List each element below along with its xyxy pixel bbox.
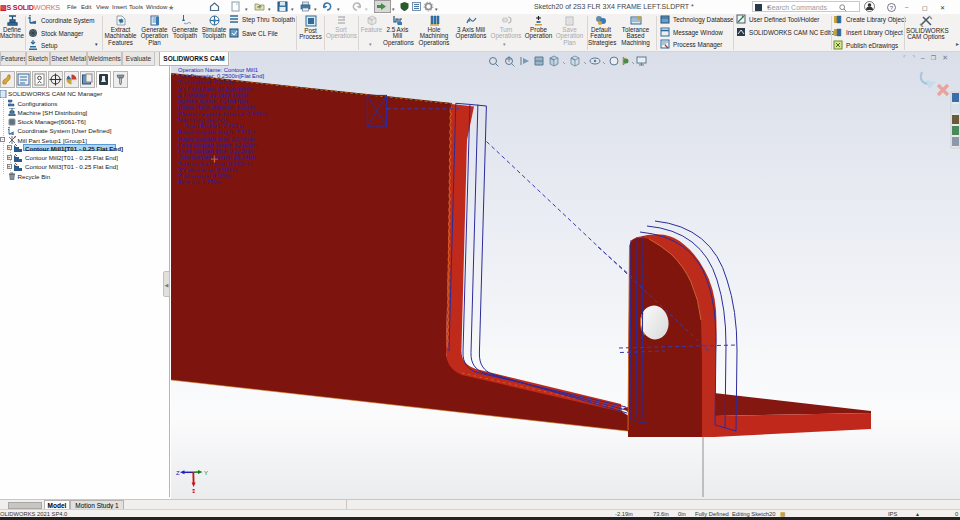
svg-text:Y: Y: [204, 470, 208, 476]
svg-text:Z: Z: [176, 470, 180, 476]
svg-text:?: ?: [890, 4, 894, 10]
